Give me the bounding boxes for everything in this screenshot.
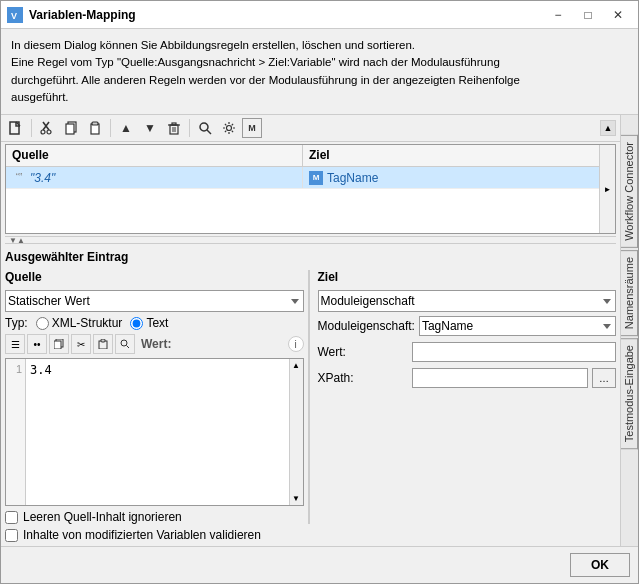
window-layout: ▲ ▼ M ▲ Quelle — [1, 115, 638, 546]
list-btn[interactable]: ☰ — [5, 334, 25, 354]
source-text-input[interactable]: 3.4 — [26, 359, 289, 505]
delete-button[interactable] — [163, 117, 185, 139]
scroll-bottom-arrow: ▼ — [292, 494, 300, 503]
svg-point-6 — [47, 130, 51, 134]
target-panel-label: Ziel — [318, 270, 617, 284]
cut-button[interactable] — [36, 117, 58, 139]
svg-rect-20 — [54, 341, 61, 349]
validate-checkbox-row[interactable]: Inhalte von modifizierten Variablen vali… — [5, 528, 616, 542]
xpath-label: XPath: — [318, 371, 408, 385]
resize-handle[interactable]: ▼▲ — [5, 236, 616, 244]
svg-text:V: V — [11, 11, 17, 21]
minimize-button[interactable]: − — [544, 4, 572, 26]
module-prop-dropdown[interactable]: TagName — [419, 316, 616, 336]
desc-line4: ausgeführt. — [11, 89, 628, 106]
line-numbers: 1 — [6, 359, 26, 505]
line-num-1: 1 — [9, 363, 22, 375]
copy-btn2[interactable] — [49, 334, 69, 354]
table-body: “” "3.4" M TagName — [6, 167, 599, 233]
module-prop-row: Moduleigenschaft: TagName — [318, 316, 617, 336]
svg-rect-10 — [92, 122, 98, 125]
main-content: ▲ ▼ M ▲ Quelle — [1, 115, 620, 546]
sidebar-tabs: Workflow Connector Namensräume Testmodus… — [620, 115, 638, 546]
desc-line1: In diesem Dialog können Sie Abbildungsre… — [11, 37, 628, 54]
target-type-dropdown[interactable]: Moduleigenschaft Variable Ausgangsnachri… — [318, 290, 617, 312]
source-panel: Quelle Statischer Wert Variable Ausgangs… — [5, 270, 304, 524]
svg-line-17 — [207, 130, 211, 134]
mini-toolbar-row: ☰ •• ✂ Wert: — [5, 334, 304, 354]
svg-rect-13 — [172, 123, 176, 125]
xml-label: XML-Struktur — [52, 316, 123, 330]
window-controls: − □ ✕ — [544, 4, 632, 26]
svg-rect-8 — [66, 124, 74, 134]
tab-testmodus[interactable]: Testmodus-Eingabe — [621, 338, 638, 449]
xpath-input[interactable] — [412, 368, 589, 388]
svg-point-23 — [121, 340, 127, 346]
tab-workflow-connector[interactable]: Workflow Connector — [621, 135, 638, 248]
table-header: Quelle Ziel — [6, 145, 599, 167]
target-panel: Ziel Moduleigenschaft Variable Ausgangsn… — [308, 270, 617, 524]
tab-namensraeume[interactable]: Namensräume — [621, 250, 638, 336]
desc-line3: durchgeführt. Alle anderen Regeln werden… — [11, 72, 628, 89]
source-quote-icon: “” — [12, 171, 26, 185]
bullet-btn[interactable]: •• — [27, 334, 47, 354]
xpath-browse-button[interactable]: … — [592, 368, 616, 388]
table-scrollbar[interactable]: ► — [599, 145, 615, 233]
title-bar: V Variablen-Mapping − □ ✕ — [1, 1, 638, 29]
module-button[interactable]: M — [242, 118, 262, 138]
svg-point-5 — [41, 130, 45, 134]
ignore-empty-label: Leeren Quell-Inhalt ignorieren — [23, 510, 182, 524]
validate-label: Inhalte von modifizierten Variablen vali… — [23, 528, 261, 542]
target-cell: M TagName — [303, 167, 599, 188]
ignore-empty-checkbox[interactable] — [5, 511, 18, 524]
ignore-empty-checkbox-row[interactable]: Leeren Quell-Inhalt ignorieren — [5, 510, 304, 524]
window-icon: V — [7, 7, 23, 23]
source-type-dropdown[interactable]: Statischer Wert Variable Ausgangsnachric… — [5, 290, 304, 312]
source-panel-label: Quelle — [5, 270, 304, 284]
text-radio-label[interactable]: Text — [130, 316, 168, 330]
wert-label: Wert: — [141, 337, 171, 351]
xpath-row: XPath: … — [318, 368, 617, 388]
search-btn2[interactable] — [115, 334, 135, 354]
window-title: Variablen-Mapping — [29, 8, 544, 22]
new-button[interactable] — [5, 117, 27, 139]
type-label: Typ: — [5, 316, 28, 330]
copy-button[interactable] — [60, 117, 82, 139]
bottom-panel: Ausgewählter Eintrag Quelle Statischer W… — [1, 244, 620, 546]
svg-point-16 — [200, 123, 208, 131]
toolbar: ▲ ▼ M ▲ — [1, 115, 620, 142]
table-row[interactable]: “” "3.4" M TagName — [6, 167, 599, 189]
scroll-up-arrow[interactable]: ▲ — [600, 120, 616, 136]
move-down-button[interactable]: ▼ — [139, 117, 161, 139]
xml-radio-label[interactable]: XML-Struktur — [36, 316, 123, 330]
target-m-icon: M — [309, 171, 323, 185]
description-area: In diesem Dialog können Sie Abbildungsre… — [1, 29, 638, 115]
main-window: V Variablen-Mapping − □ ✕ In diesem Dial… — [0, 0, 639, 584]
settings-button[interactable] — [218, 117, 240, 139]
two-col-layout: Quelle Statischer Wert Variable Ausgangs… — [5, 270, 616, 524]
wert-input[interactable] — [412, 342, 617, 362]
xml-radio[interactable] — [36, 317, 49, 330]
close-button[interactable]: ✕ — [604, 4, 632, 26]
info-button[interactable]: i — [288, 336, 304, 352]
type-radio-row: Typ: XML-Struktur Text — [5, 316, 304, 330]
svg-rect-22 — [101, 339, 105, 342]
desc-line2: Eine Regel vom Typ "Quelle:Ausgangsnachr… — [11, 54, 628, 71]
text-radio[interactable] — [130, 317, 143, 330]
move-up-button[interactable]: ▲ — [115, 117, 137, 139]
tab-container: Workflow Connector Namensräume Testmodus… — [621, 115, 638, 546]
sep1 — [31, 119, 32, 137]
maximize-button[interactable]: □ — [574, 4, 602, 26]
selected-entry-label: Ausgewählter Eintrag — [5, 248, 616, 266]
paste-button[interactable] — [84, 117, 106, 139]
text-scrollbar[interactable]: ▲ ▼ — [289, 359, 303, 505]
table-wrapper: Quelle Ziel “” "3.4" M TagName — [5, 144, 616, 234]
search-button[interactable] — [194, 117, 216, 139]
paste-btn2[interactable] — [93, 334, 113, 354]
source-cell: “” "3.4" — [6, 167, 303, 188]
validate-checkbox[interactable] — [5, 529, 18, 542]
ok-button[interactable]: OK — [570, 553, 630, 577]
svg-rect-11 — [170, 125, 178, 134]
cut-btn2[interactable]: ✂ — [71, 334, 91, 354]
wert-row: Wert: — [318, 342, 617, 362]
